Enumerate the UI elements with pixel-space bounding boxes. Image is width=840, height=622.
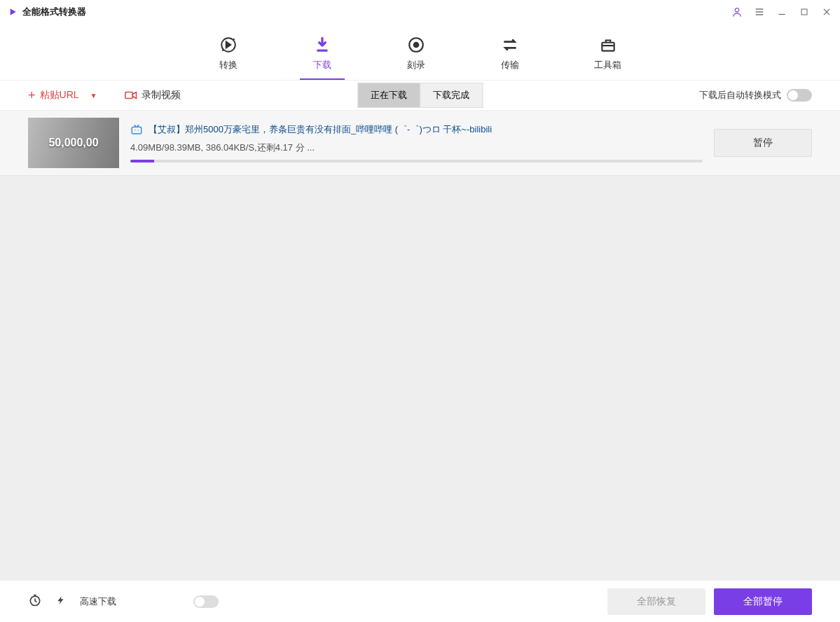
app-title: 全能格式转换器 (22, 6, 86, 18)
pause-button[interactable]: 暂停 (714, 129, 812, 157)
svg-rect-12 (602, 43, 614, 51)
user-icon[interactable] (731, 6, 743, 18)
convert-icon (219, 35, 238, 55)
tab-toolbox[interactable]: 工具箱 (581, 31, 634, 80)
plus-icon: + (28, 88, 36, 103)
svg-point-15 (135, 130, 136, 131)
progress-bar (130, 160, 154, 163)
download-item: 50,000,00 【艾叔】郑州5000万豪宅里，养条巨贵有没有排面_哔哩哔哩 … (0, 111, 840, 176)
close-icon[interactable] (820, 6, 833, 18)
nav-label: 刻录 (407, 59, 425, 71)
download-title: 【艾叔】郑州5000万豪宅里，养条巨贵有没有排面_哔哩哔哩 (゜-゜)つロ 干杯… (149, 123, 492, 136)
tab-burn[interactable]: 刻录 (394, 31, 439, 80)
speed-toggle[interactable] (193, 595, 219, 608)
main-nav: 转换 下载 刻录 传输 工具箱 (0, 24, 840, 80)
chevron-down-icon: ▼ (90, 92, 97, 99)
burn-icon (406, 35, 426, 55)
nav-label: 传输 (501, 59, 519, 71)
tab-transfer[interactable]: 传输 (488, 31, 532, 80)
svg-point-16 (138, 130, 139, 131)
speed-label: 高速下载 (80, 595, 116, 608)
auto-convert-toggle[interactable] (787, 89, 812, 102)
svg-point-0 (735, 8, 738, 12)
menu-icon[interactable] (753, 6, 766, 18)
nav-label: 工具箱 (594, 59, 621, 71)
camera-icon (125, 90, 137, 100)
toolbox-icon (598, 35, 618, 55)
app-logo: 全能格式转换器 (7, 6, 86, 18)
tab-convert[interactable]: 转换 (206, 31, 251, 80)
svg-rect-13 (125, 92, 133, 99)
record-button[interactable]: 录制视频 (125, 89, 181, 102)
svg-rect-14 (132, 127, 142, 134)
minimize-icon[interactable] (776, 6, 788, 18)
auto-convert-label: 下载后自动转换模式 (699, 89, 781, 102)
bolt-icon (56, 594, 66, 609)
clock-icon[interactable] (28, 593, 42, 610)
transfer-icon (500, 35, 520, 55)
downloading-tab[interactable]: 正在下载 (357, 83, 420, 108)
resume-all-button[interactable]: 全部恢复 (607, 588, 705, 615)
pause-all-button[interactable]: 全部暂停 (714, 588, 812, 615)
record-label: 录制视频 (142, 89, 181, 102)
svg-rect-9 (317, 50, 327, 52)
download-status: 4.09MB/98.39MB, 386.04KB/S,还剩4.17 分 ... (130, 141, 703, 154)
nav-label: 下载 (313, 59, 331, 71)
download-progress (130, 160, 703, 163)
tab-download[interactable]: 下载 (300, 31, 345, 80)
bilibili-icon (130, 123, 143, 136)
paste-url-label: 粘贴URL (40, 89, 79, 102)
bottom-bar: 高速下载 全部恢复 全部暂停 (0, 580, 840, 622)
sub-toolbar: + 粘贴URL ▼ 录制视频 正在下载 下载完成 下载后自动转换模式 (0, 80, 840, 111)
title-bar: 全能格式转换器 (0, 0, 840, 24)
completed-tab[interactable]: 下载完成 (420, 83, 483, 108)
svg-rect-5 (801, 9, 807, 15)
video-thumbnail: 50,000,00 (28, 118, 119, 168)
download-icon (312, 35, 332, 55)
download-list: 50,000,00 【艾叔】郑州5000万豪宅里，养条巨贵有没有排面_哔哩哔哩 … (0, 111, 840, 580)
window-controls (731, 6, 833, 18)
nav-label: 转换 (219, 59, 237, 71)
svg-point-11 (414, 43, 419, 48)
maximize-icon[interactable] (798, 6, 811, 18)
paste-url-button[interactable]: + 粘贴URL ▼ (28, 88, 97, 103)
sub-tabs: 正在下载 下载完成 (357, 83, 483, 108)
play-icon (7, 6, 18, 18)
